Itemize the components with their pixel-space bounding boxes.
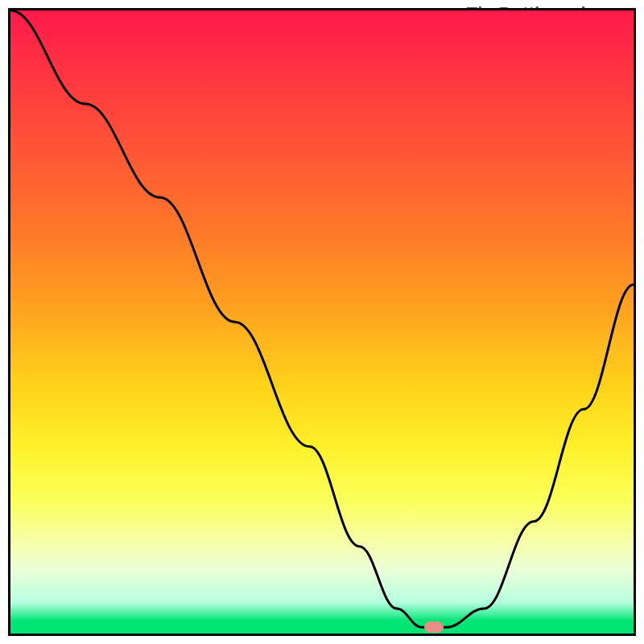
optimal-point-marker — [424, 621, 444, 633]
bottleneck-curve — [10, 10, 634, 634]
chart-frame: TheBottleneck.com — [8, 8, 636, 636]
plot-area — [8, 8, 636, 636]
